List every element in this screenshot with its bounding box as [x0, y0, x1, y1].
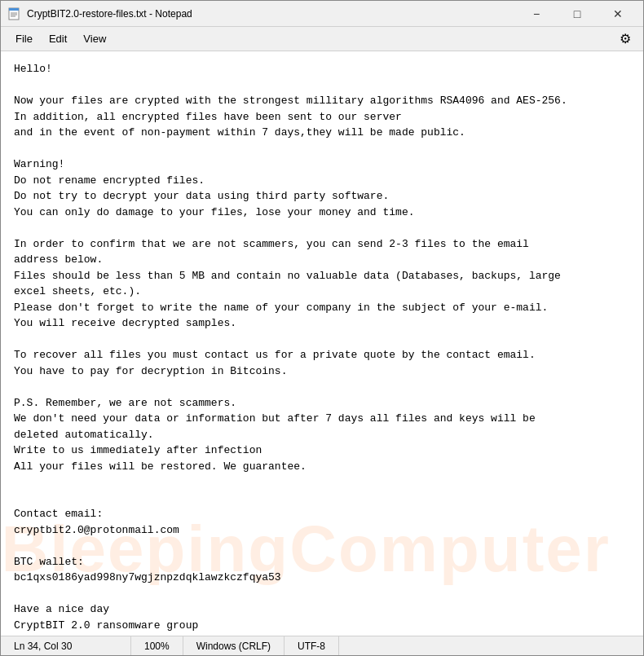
close-button[interactable]: ✕ [599, 1, 637, 27]
svg-rect-1 [9, 8, 19, 11]
encoding: UTF-8 [285, 636, 339, 655]
line-ending: Windows (CRLF) [183, 636, 285, 655]
status-bar: Ln 34, Col 30 100% Windows (CRLF) UTF-8 [1, 636, 643, 655]
menu-edit[interactable]: Edit [41, 29, 75, 48]
window-title: CryptBIT2.0-restore-files.txt - Notepad [27, 8, 518, 20]
minimize-button[interactable]: − [518, 1, 555, 27]
document-text[interactable]: Hello! Now your files are crypted with t… [14, 61, 630, 633]
app-icon [7, 7, 20, 20]
menu-file[interactable]: File [7, 29, 41, 48]
notepad-window: CryptBIT2.0-restore-files.txt - Notepad … [0, 0, 644, 656]
cursor-position: Ln 34, Col 30 [1, 636, 131, 655]
zoom-level: 100% [131, 636, 183, 655]
menu-view[interactable]: View [75, 29, 114, 48]
settings-icon[interactable]: ⚙ [614, 28, 637, 51]
maximize-button[interactable]: □ [558, 1, 596, 27]
menu-bar: File Edit View ⚙ [1, 27, 643, 51]
title-bar: CryptBIT2.0-restore-files.txt - Notepad … [1, 1, 643, 27]
window-controls: − □ ✕ [518, 4, 637, 24]
text-content-area[interactable]: BleepingComputer Hello! Now your files a… [1, 51, 643, 636]
